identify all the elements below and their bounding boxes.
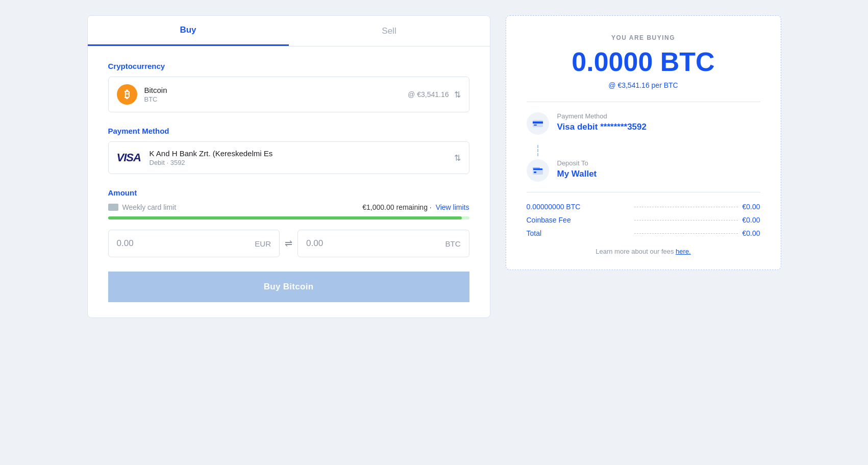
crypto-chevron-icon: ⇅	[454, 90, 461, 100]
order-summary-panel: YOU ARE BUYING 0.0000 BTC @ €3,541.16 pe…	[506, 15, 781, 270]
dotted-line-1	[634, 207, 738, 207]
dashed-connector	[537, 145, 538, 156]
eur-input-box[interactable]: EUR	[108, 230, 280, 257]
progress-bar-fill	[108, 216, 462, 219]
tab-sell[interactable]: Sell	[289, 16, 490, 46]
payment-text: K And H Bank Zrt. (Kereskedelmi Es Debit…	[150, 149, 454, 166]
btc-price-per: @ €3,541.16 per BTC	[527, 81, 760, 89]
summary-value-3: €0.00	[742, 229, 760, 237]
eur-currency-label: EUR	[255, 239, 271, 248]
summary-row-1: 0.00000000 BTC €0.00	[527, 203, 760, 211]
deposit-detail-row: Deposit To My Wallet	[527, 159, 760, 182]
learn-more: Learn more about our fees here.	[527, 248, 760, 255]
deposit-detail-text: Deposit To My Wallet	[557, 159, 597, 179]
bank-name: K And H Bank Zrt. (Kereskedelmi Es	[150, 149, 454, 158]
summary-label-1: 0.00000000 BTC	[527, 203, 630, 211]
summary-row-2: Coinbase Fee €0.00	[527, 216, 760, 224]
summary-label-2: Coinbase Fee	[527, 216, 630, 224]
summary-section: 0.00000000 BTC €0.00 Coinbase Fee €0.00 …	[527, 203, 760, 237]
svg-rect-6	[533, 167, 540, 169]
payment-icon	[527, 112, 549, 135]
summary-value-1: €0.00	[742, 203, 760, 211]
btc-input-box[interactable]: BTC	[297, 230, 469, 257]
amount-section: Amount Weekly card limit €1,000.00 remai…	[108, 188, 469, 257]
payment-detail-row: Payment Method Visa debit ********3592	[527, 112, 760, 135]
payment-method-label: Payment Method	[108, 127, 469, 135]
amount-inputs: EUR ⇌ BTC	[108, 230, 469, 257]
deposit-detail-value: My Wallet	[557, 169, 597, 179]
card-icon	[108, 204, 118, 211]
progress-bar-bg	[108, 216, 469, 219]
eur-input[interactable]	[117, 238, 251, 249]
cryptocurrency-label: Cryptocurrency	[108, 62, 469, 70]
visa-icon: VISA	[117, 151, 142, 164]
summary-value-2: €0.00	[742, 216, 760, 224]
svg-rect-5	[534, 172, 536, 173]
panel-content: Cryptocurrency ₿ Bitcoin BTC @ €3,541.16…	[88, 46, 490, 317]
deposit-detail-label: Deposit To	[557, 159, 597, 167]
cryptocurrency-selector[interactable]: ₿ Bitcoin BTC @ €3,541.16 ⇅	[108, 77, 469, 112]
tabs: Buy Sell	[88, 16, 490, 46]
limit-row: Weekly card limit €1,000.00 remaining · …	[108, 203, 469, 211]
you-are-buying: YOU ARE BUYING	[527, 34, 760, 41]
payment-chevron-icon: ⇅	[454, 153, 461, 163]
btc-amount-big: 0.0000 BTC	[527, 46, 760, 77]
amount-label: Amount	[108, 188, 469, 197]
fees-link[interactable]: here.	[676, 248, 691, 255]
dotted-line-3	[634, 233, 738, 234]
limit-right: €1,000.00 remaining · View limits	[362, 203, 469, 211]
btc-input[interactable]	[306, 238, 441, 249]
weekly-limit-label: Weekly card limit	[122, 203, 177, 211]
card-type: Debit · 3592	[150, 159, 454, 166]
crypto-text: Bitcoin BTC	[144, 86, 408, 103]
summary-row-3: Total €0.00	[527, 229, 760, 237]
swap-icon[interactable]: ⇌	[285, 238, 292, 249]
svg-rect-2	[534, 125, 537, 126]
remaining-amount: €1,000.00 remaining	[362, 203, 428, 211]
payment-method-detail-label: Payment Method	[557, 112, 647, 120]
crypto-name: Bitcoin	[144, 86, 408, 94]
crypto-symbol: BTC	[144, 95, 408, 103]
divider-1	[527, 102, 760, 102]
summary-label-3: Total	[527, 229, 630, 237]
view-limits-link[interactable]: View limits	[436, 203, 469, 211]
svg-rect-1	[533, 121, 543, 124]
buy-sell-panel: Buy Sell Cryptocurrency ₿ Bitcoin BTC @ …	[87, 15, 490, 318]
tab-buy[interactable]: Buy	[88, 16, 289, 46]
deposit-icon	[527, 159, 549, 182]
crypto-price: @ €3,541.16	[408, 90, 449, 99]
buy-button[interactable]: Buy Bitcoin	[108, 272, 469, 302]
payment-method-selector[interactable]: VISA K And H Bank Zrt. (Kereskedelmi Es …	[108, 141, 469, 174]
learn-more-text: Learn more about our fees	[596, 248, 674, 255]
separator: ·	[430, 203, 434, 211]
limit-left: Weekly card limit	[108, 203, 177, 211]
btc-icon: ₿	[117, 84, 137, 105]
payment-method-detail-value: Visa debit ********3592	[557, 122, 647, 132]
btc-currency-label: BTC	[445, 239, 461, 248]
divider-2	[527, 192, 760, 192]
dotted-line-2	[634, 220, 738, 221]
payment-detail-text: Payment Method Visa debit ********3592	[557, 112, 647, 132]
